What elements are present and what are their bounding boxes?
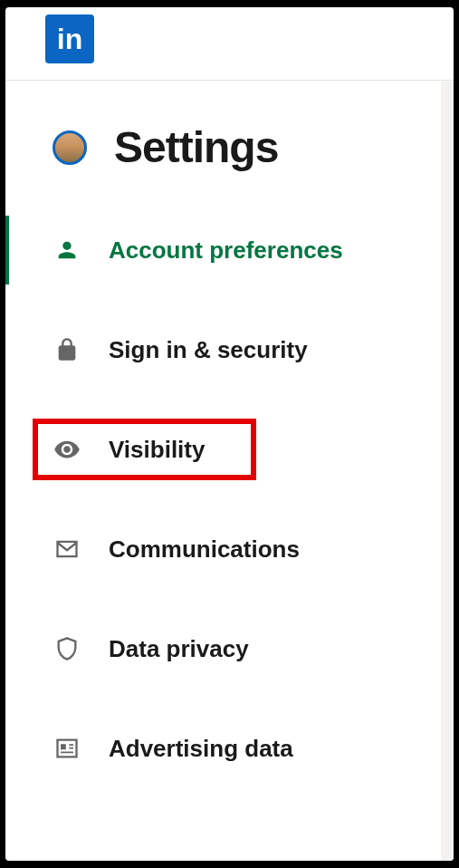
nav-item-advertising-data[interactable]: Advertising data [5,714,454,783]
nav-item-communications[interactable]: Communications [5,515,454,583]
settings-panel: in Settings Account preferences Sign in … [5,7,454,861]
nav-item-data-privacy[interactable]: Data privacy [5,614,454,683]
avatar[interactable] [53,130,87,165]
nav-label: Sign in & security [109,336,308,364]
nav-item-sign-in-security[interactable]: Sign in & security [5,315,454,384]
linkedin-logo[interactable]: in [45,14,94,63]
settings-header: Settings [5,81,454,216]
nav-label: Visibility [109,436,205,464]
page-title: Settings [114,122,278,172]
settings-nav: Account preferences Sign in & security V… [5,216,454,783]
person-icon [53,236,81,265]
shield-icon [53,634,81,663]
nav-label: Communications [109,535,300,564]
nav-label: Advertising data [109,735,293,763]
envelope-icon [53,535,81,564]
nav-label: Data privacy [109,635,249,663]
lock-icon [53,335,81,364]
nav-item-visibility[interactable]: Visibility [5,415,454,484]
logo-text: in [57,23,82,56]
newspaper-icon [53,734,81,763]
nav-item-account-preferences[interactable]: Account preferences [5,216,454,285]
eye-icon [53,435,81,464]
nav-label: Account preferences [109,236,343,265]
header: in [5,7,454,81]
